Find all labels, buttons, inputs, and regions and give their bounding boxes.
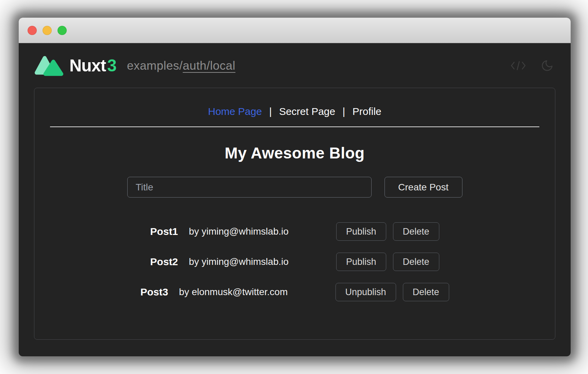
nav-link-home-page[interactable]: Home Page (208, 106, 262, 117)
app-window: Nuxt 3 examples/auth/local Home Page (19, 18, 571, 356)
minimize-icon[interactable] (43, 26, 52, 35)
delete-button[interactable]: Delete (393, 253, 439, 271)
publish-button[interactable]: Publish (336, 253, 386, 271)
nav-link-secret-page[interactable]: Secret Page (279, 106, 335, 117)
close-icon[interactable] (28, 26, 37, 35)
post-row: Post1 by yiming@whimslab.io Publish Dele… (34, 222, 555, 241)
window-titlebar (19, 18, 571, 43)
publish-button[interactable]: Publish (336, 222, 386, 241)
post-name: Post1 (150, 226, 178, 237)
post-name: Post2 (150, 256, 178, 268)
post-row: Post2 by yiming@whimslab.io Publish Dele… (34, 253, 555, 271)
brand-version: 3 (107, 56, 117, 75)
app-content: Nuxt 3 examples/auth/local Home Page (19, 43, 571, 356)
breadcrumb-link[interactable]: auth/local (183, 59, 235, 72)
moon-icon[interactable] (541, 59, 554, 72)
post-byline: by yiming@whimslab.io (189, 256, 289, 267)
breadcrumb: examples/auth/local (127, 59, 235, 72)
post-list: Post1 by yiming@whimslab.io Publish Dele… (34, 222, 555, 301)
nav-separator: | (269, 106, 272, 117)
brand: Nuxt 3 (69, 56, 117, 75)
create-post-form: Create Post (34, 177, 555, 198)
page-title: My Awesome Blog (34, 144, 555, 162)
post-byline: by elonmusk@twitter.com (179, 287, 288, 298)
nuxt-logo-icon[interactable] (34, 55, 64, 76)
title-input[interactable] (127, 177, 372, 198)
page-nav: Home Page | Secret Page | Profile (34, 88, 555, 117)
post-actions: Publish Delete (336, 253, 439, 271)
main-panel: Home Page | Secret Page | Profile My Awe… (34, 88, 555, 340)
post-name: Post3 (140, 286, 168, 298)
nav-link-profile[interactable]: Profile (353, 106, 381, 117)
header-icons (510, 59, 554, 72)
delete-button[interactable]: Delete (403, 283, 449, 301)
delete-button[interactable]: Delete (393, 222, 439, 241)
app-header: Nuxt 3 examples/auth/local (19, 43, 571, 88)
post-actions: Unpublish Delete (336, 283, 449, 301)
breadcrumb-prefix: examples/ (127, 59, 183, 72)
zoom-icon[interactable] (58, 26, 67, 35)
post-row: Post3 by elonmusk@twitter.com Unpublish … (34, 283, 555, 301)
create-post-button[interactable]: Create Post (385, 177, 462, 198)
brand-name: Nuxt (69, 56, 106, 75)
post-byline: by yiming@whimslab.io (189, 226, 289, 237)
nav-separator: | (343, 106, 345, 117)
unpublish-button[interactable]: Unpublish (336, 283, 396, 301)
code-icon[interactable] (510, 60, 526, 71)
nav-divider (50, 126, 539, 127)
post-actions: Publish Delete (336, 222, 439, 241)
